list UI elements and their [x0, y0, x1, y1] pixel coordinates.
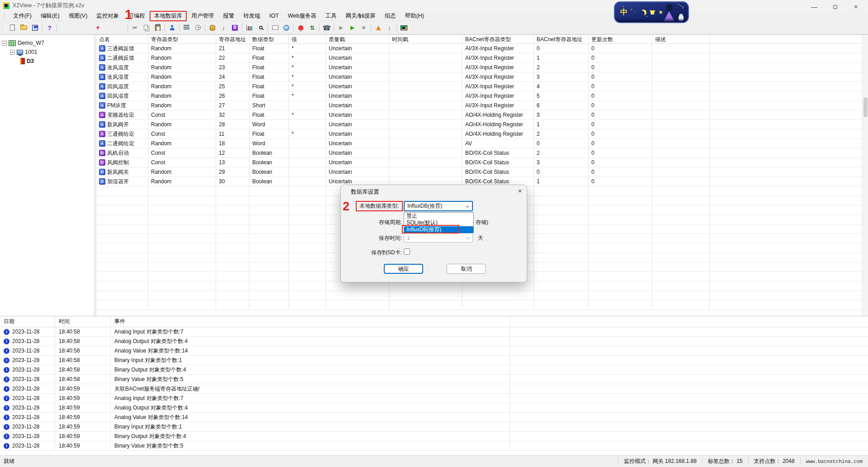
- log-column-header[interactable]: 日期: [0, 316, 55, 327]
- menu-item[interactable]: 监控对象: [92, 11, 123, 21]
- column-header[interactable]: 质量戳: [326, 35, 389, 43]
- table-row[interactable]: A 送风温度 Random 23 Float * Uncertain AI/3X…: [96, 63, 868, 72]
- column-header[interactable]: 更新次数: [589, 35, 652, 43]
- menu-item[interactable]: IOT: [265, 11, 283, 20]
- stop-icon[interactable]: ■: [358, 22, 369, 33]
- find-table-icon[interactable]: [115, 22, 126, 33]
- table-row[interactable]: D 风阀控制 Const 13 Boolean Uncertain BO/0X-…: [96, 158, 868, 167]
- log-row[interactable]: 2023-11-28 18:40:58 Binary Value 对象类型个数:…: [0, 375, 868, 384]
- user-manage-icon[interactable]: [166, 22, 178, 33]
- table-row[interactable]: A 回风湿度 Random 26 Float * Uncertain AI/3X…: [96, 91, 868, 101]
- separator[interactable]: [179, 24, 179, 32]
- menu-item[interactable]: 转发端: [239, 11, 265, 21]
- program-list-icon[interactable]: [181, 22, 192, 33]
- menu-item[interactable]: 组态: [380, 11, 401, 21]
- auto-config-icon[interactable]: [92, 22, 104, 33]
- menu-item[interactable]: 网关/触摸屏: [341, 11, 380, 21]
- paste-icon[interactable]: [152, 22, 163, 33]
- forward-config-icon[interactable]: ⇅: [307, 22, 318, 33]
- menu-item[interactable]: 用户管理: [187, 11, 218, 21]
- separator[interactable]: [319, 24, 320, 32]
- save-time-select[interactable]: 1: [404, 233, 473, 243]
- new-file-icon[interactable]: [7, 22, 18, 33]
- vertical-scrollbar[interactable]: [862, 35, 868, 316]
- monitor-table-icon[interactable]: [58, 22, 70, 33]
- tag-table-icon[interactable]: [104, 22, 115, 33]
- alarm-config-icon[interactable]: [295, 22, 307, 33]
- table-row[interactable]: A 送风湿度 Random 24 Float * Uncertain AI/3X…: [96, 72, 868, 82]
- table-row[interactable]: A 回风温度 Random 25 Float * Uncertain AI/3X…: [96, 82, 868, 91]
- menu-item[interactable]: 视图(V): [64, 11, 92, 21]
- column-header[interactable]: 寄存器类型: [148, 35, 216, 43]
- column-header[interactable]: 时间戳: [389, 35, 462, 43]
- simulate-run-icon[interactable]: ▶: [335, 22, 347, 33]
- log-row[interactable]: 2023-11-28 18:40:59 Analog Input 对象类型个数:…: [0, 394, 868, 403]
- log-row[interactable]: 2023-11-28 18:40:58 Binary Output 对象类型个数…: [0, 365, 868, 375]
- web-preview-icon[interactable]: [255, 22, 266, 33]
- dropdown-option[interactable]: 禁止: [404, 213, 473, 219]
- ime-badge[interactable]: 中 °，: [614, 1, 689, 23]
- scheduler-icon[interactable]: [192, 22, 203, 33]
- sync-icon[interactable]: ↕: [384, 22, 395, 33]
- hot-update-icon[interactable]: [373, 22, 384, 33]
- column-header[interactable]: 数据类型: [250, 35, 289, 43]
- table-row[interactable]: A 二通阀反馈 Random 22 Float * Uncertain AI/3…: [96, 53, 868, 63]
- web-server-icon[interactable]: [281, 22, 292, 33]
- ok-button[interactable]: 确定: [384, 264, 423, 274]
- save-icon[interactable]: [29, 22, 41, 33]
- separator[interactable]: [165, 24, 165, 32]
- mail-server-icon[interactable]: [269, 22, 281, 33]
- table-row[interactable]: A 三通阀给定 Const 11 Float * Uncertain AO/4X…: [96, 129, 868, 139]
- separator[interactable]: [268, 24, 268, 32]
- help-icon[interactable]: ?: [44, 22, 55, 33]
- log-row[interactable]: 2023-11-28 18:40:58 Binary Input 对象类型个数:…: [0, 356, 868, 365]
- column-header[interactable]: 点名: [96, 35, 148, 43]
- separator[interactable]: [334, 24, 334, 32]
- influxdb-icon[interactable]: B: [229, 22, 241, 33]
- tree-node-project[interactable]: Demo_W7: [0, 38, 94, 48]
- separator[interactable]: [396, 24, 397, 32]
- column-header[interactable]: 值: [289, 35, 326, 43]
- maximize-button[interactable]: [825, 0, 845, 14]
- table-row[interactable]: A 二通阀给定 Random 18 Word Uncertain AV 0 0: [96, 139, 868, 148]
- database-config-icon[interactable]: [207, 22, 218, 33]
- column-header[interactable]: BACnet寄存器地址: [534, 35, 589, 43]
- separator[interactable]: [127, 24, 128, 32]
- skin-shirt-icon[interactable]: [650, 10, 656, 14]
- log-row[interactable]: 2023-11-28 18:40:58 Analog Output 对象类型个数…: [0, 337, 868, 346]
- log-row[interactable]: 2023-11-28 18:40:59 Analog Value 对象类型个数:…: [0, 413, 868, 422]
- tree-node-device[interactable]: 1001: [0, 48, 94, 57]
- log-column-header[interactable]: 事件: [111, 316, 510, 327]
- dial-modem-icon[interactable]: ☎: [321, 22, 332, 33]
- log-column-header[interactable]: 时间: [55, 316, 111, 327]
- menu-item[interactable]: 报警: [218, 11, 239, 21]
- db-download-icon[interactable]: ↓: [218, 22, 229, 33]
- column-header[interactable]: BACnet寄存器类型: [462, 35, 534, 43]
- close-button[interactable]: ×: [845, 0, 866, 14]
- separator[interactable]: [42, 24, 42, 32]
- separator[interactable]: [205, 24, 205, 32]
- column-header[interactable]: 寄存器地址: [216, 35, 250, 43]
- edit-table-icon[interactable]: [70, 22, 81, 33]
- menu-item[interactable]: 工具: [321, 11, 341, 21]
- open-folder-icon[interactable]: [18, 22, 29, 33]
- collapse-icon[interactable]: [2, 41, 7, 46]
- log-row[interactable]: 2023-11-28 18:40:59 Binary Input 对象类型个数:…: [0, 422, 868, 432]
- menu-item[interactable]: 本地数据库: [150, 11, 187, 21]
- log-row[interactable]: 2023-11-28 18:40:59 Analog Output 对象类型个数…: [0, 403, 868, 413]
- copy-icon[interactable]: [141, 22, 152, 33]
- column-header[interactable]: 描述: [652, 35, 710, 43]
- table-row[interactable]: A 新风阀开 Random 28 Word Uncertain AO/4X-Ho…: [96, 120, 868, 129]
- separator[interactable]: [57, 24, 57, 32]
- table-row[interactable]: D 新风阀关 Random 29 Boolean Uncertain BO/0X…: [96, 167, 868, 177]
- tree-node-screen[interactable]: D3: [0, 57, 94, 66]
- menu-item[interactable]: 帮助(H): [401, 11, 429, 21]
- run-icon[interactable]: ▶: [347, 22, 358, 33]
- db-type-select[interactable]: InfluxDB(推荐): [404, 201, 473, 211]
- minimize-button[interactable]: —: [804, 0, 825, 14]
- collapse-icon[interactable]: [10, 50, 15, 55]
- save-to-sd-checkbox[interactable]: [404, 248, 410, 255]
- ime-language-indicator[interactable]: 中: [620, 8, 627, 17]
- gateway-screen-icon[interactable]: [398, 22, 410, 33]
- table-row[interactable]: A 三通阀反馈 Random 21 Float * Uncertain AI/3…: [96, 44, 868, 53]
